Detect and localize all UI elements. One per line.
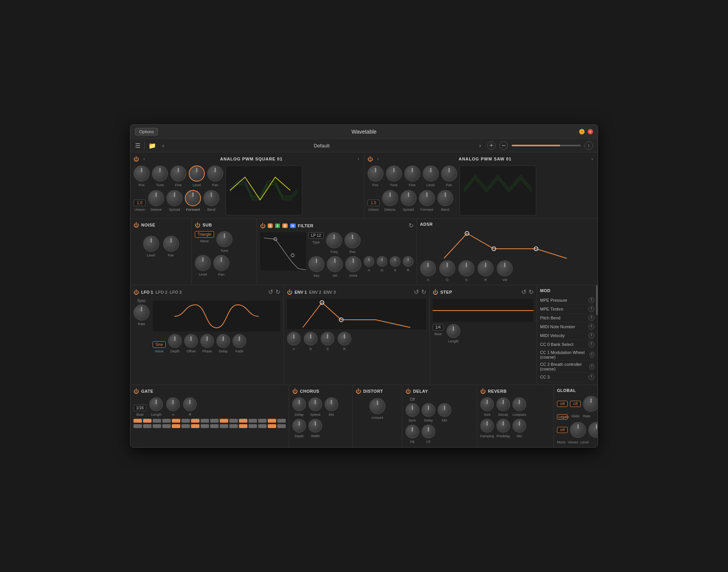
step-undo-icon[interactable]: ↺ <box>521 288 526 296</box>
global-level-knob[interactable] <box>588 422 598 438</box>
lfo-depth-knob[interactable] <box>168 334 182 348</box>
lfo-rate-knob[interactable] <box>133 304 150 321</box>
reverb-decay-knob[interactable] <box>496 397 510 411</box>
osc2-formant-knob[interactable] <box>419 190 435 206</box>
gate-bar-4[interactable] <box>162 419 171 423</box>
osc1-spread-knob[interactable] <box>166 190 183 206</box>
chorus-speed-knob[interactable] <box>308 397 322 411</box>
step-beat-selector[interactable]: 1/4 <box>433 324 443 331</box>
global-voices-knob[interactable] <box>570 422 586 438</box>
delay-mix-knob[interactable] <box>438 403 451 417</box>
osc2-prev-button[interactable]: ‹ <box>376 155 380 162</box>
env-redo-icon[interactable]: ↻ <box>421 288 426 296</box>
gate-bar-9[interactable] <box>210 419 219 423</box>
env-tab-1[interactable]: ENV 1 <box>295 290 307 294</box>
reverb-lowpass-knob[interactable] <box>512 397 526 411</box>
sub-wave-selector[interactable]: Triangle <box>195 231 214 238</box>
filter-a-knob[interactable] <box>364 256 374 267</box>
env-a-knob[interactable] <box>287 332 301 346</box>
reverb-damping-knob[interactable] <box>480 419 494 433</box>
osc1-unison-button[interactable]: 1.0 <box>133 200 146 206</box>
gate-bar-13[interactable] <box>249 419 257 423</box>
mod-pitch-bend-knob[interactable] <box>588 315 595 321</box>
gate-r-knob[interactable] <box>183 397 197 411</box>
mod-cc3-knob[interactable] <box>588 374 595 380</box>
env-d-knob[interactable] <box>304 332 318 346</box>
gate-bar-5[interactable] <box>172 419 180 423</box>
env-tab-3[interactable]: ENV 3 <box>324 290 336 294</box>
gate-bar-3[interactable] <box>153 419 161 423</box>
chorus-width-knob[interactable] <box>308 419 322 433</box>
step-redo-icon[interactable]: ↻ <box>529 288 534 296</box>
info-button[interactable]: i <box>585 141 593 150</box>
gate-bar-7[interactable] <box>191 419 199 423</box>
gate-bar2-13[interactable] <box>249 424 257 428</box>
sub-level-knob[interactable] <box>195 255 211 271</box>
mod-cc1-knob[interactable] <box>590 352 595 358</box>
osc1-prev-button[interactable]: ‹ <box>142 155 147 162</box>
gate-length-knob[interactable] <box>149 397 163 411</box>
env-tab-2[interactable]: ENV 2 <box>309 290 321 294</box>
remove-preset-button[interactable]: − <box>499 141 508 150</box>
osc1-tune-knob[interactable] <box>152 165 168 182</box>
global-rate-knob[interactable] <box>583 396 598 412</box>
mod-scrollbar[interactable] <box>596 285 598 315</box>
adsr-r-knob[interactable] <box>478 260 494 276</box>
filter-badge-n[interactable]: N <box>290 223 296 228</box>
minimize-button[interactable]: − <box>579 129 585 134</box>
filter-r-knob[interactable] <box>403 256 413 267</box>
delay-power-button[interactable]: ⏻ <box>405 388 411 394</box>
osc1-formant-knob[interactable] <box>185 190 201 206</box>
osc2-fine-knob[interactable] <box>404 165 420 182</box>
osc1-fine-knob[interactable] <box>170 165 186 182</box>
mod-cc0-knob[interactable] <box>588 341 595 347</box>
adsr-s-knob[interactable] <box>458 260 474 276</box>
distort-power-button[interactable]: ⏻ <box>356 388 361 394</box>
add-preset-button[interactable]: + <box>487 141 496 150</box>
osc2-power-button[interactable]: ⏻ <box>367 156 373 162</box>
delay-fb-knob[interactable] <box>405 425 419 438</box>
filter-power-button[interactable]: ⏻ <box>260 223 265 229</box>
options-button[interactable]: Options <box>135 128 158 136</box>
step-length-knob[interactable] <box>446 324 460 338</box>
osc1-level-knob[interactable] <box>189 165 205 182</box>
sub-pan-knob[interactable] <box>213 255 229 271</box>
gate-bar2-6[interactable] <box>181 424 190 428</box>
gate-bar2-8[interactable] <box>201 424 209 428</box>
noise-level-knob[interactable] <box>143 236 159 252</box>
filter-badge-s[interactable]: S <box>282 223 288 228</box>
lfo-power-button[interactable]: ⏻ <box>133 289 139 295</box>
gate-bar2-9[interactable] <box>210 424 219 428</box>
step-power-button[interactable]: ⏻ <box>433 289 438 295</box>
osc2-unison-button[interactable]: 1.0 <box>367 200 380 206</box>
filter-badge-2[interactable]: 2 <box>275 223 280 228</box>
osc2-pos-knob[interactable] <box>367 165 384 182</box>
gate-bar2-16[interactable] <box>277 424 286 428</box>
osc2-detune-knob[interactable] <box>382 190 398 206</box>
osc1-detune-knob[interactable] <box>148 190 164 206</box>
mod-midi-note-knob[interactable] <box>588 324 595 330</box>
lfo-tab-3[interactable]: LFO 3 <box>170 290 181 294</box>
osc2-level-knob[interactable] <box>423 165 439 182</box>
gate-bar-1[interactable] <box>133 419 142 423</box>
gate-bar2-7[interactable] <box>191 424 199 428</box>
gate-bar2-5[interactable] <box>172 424 180 428</box>
reverb-size-knob[interactable] <box>480 397 494 411</box>
filter-amnt-knob[interactable] <box>345 256 361 272</box>
gate-bar-2[interactable] <box>143 419 152 423</box>
adsr-vel-knob[interactable] <box>497 260 513 276</box>
reverb-predelay-knob[interactable] <box>496 419 510 433</box>
filter-res-knob[interactable] <box>344 232 361 248</box>
osc2-tune-knob[interactable] <box>386 165 402 182</box>
lfo-offset-knob[interactable] <box>184 334 198 348</box>
lfo-phase-knob[interactable] <box>200 334 214 348</box>
mod-mpe-timbre-knob[interactable] <box>588 306 595 312</box>
filter-s-knob[interactable] <box>390 256 400 267</box>
lfo-redo-icon[interactable]: ↻ <box>275 288 280 296</box>
lfo-fade-knob[interactable] <box>232 334 246 348</box>
sub-tune-knob[interactable] <box>216 231 232 247</box>
global-mono-off-button[interactable]: Off <box>557 427 568 433</box>
adsr-a-knob[interactable] <box>420 260 436 276</box>
gate-bar-16[interactable] <box>277 419 286 423</box>
filter-type-selector[interactable]: LP 12 <box>308 232 324 239</box>
